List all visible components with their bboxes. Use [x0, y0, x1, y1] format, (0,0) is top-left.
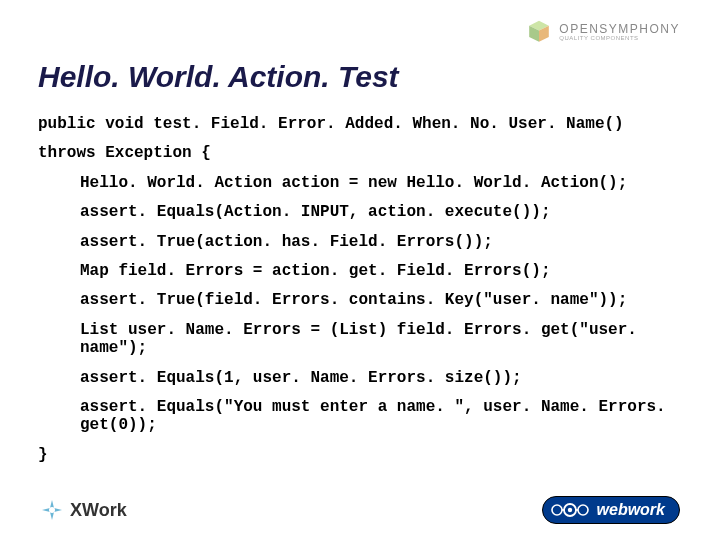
- webwork-logo: webwork: [542, 496, 680, 524]
- logo-text-group: OPENSYMPHONY QUALITY COMPONENTS: [559, 23, 680, 41]
- code-line: public void test. Field. Error. Added. W…: [38, 115, 690, 133]
- code-line: List user. Name. Errors = (List) field. …: [38, 321, 690, 358]
- svg-point-3: [49, 507, 55, 513]
- code-line: assert. Equals("You must enter a name. "…: [38, 398, 690, 435]
- svg-point-6: [567, 508, 571, 512]
- logo-sub-text: QUALITY COMPONENTS: [559, 35, 680, 41]
- footer: XWork webwork: [0, 490, 720, 530]
- code-line: assert. Equals(1, user. Name. Errors. si…: [38, 369, 690, 387]
- xwork-text: XWork: [70, 500, 127, 521]
- webwork-icon: [551, 501, 589, 519]
- code-line: assert. True(action. has. Field. Errors(…: [38, 233, 690, 251]
- xwork-icon: [40, 498, 64, 522]
- code-line: }: [38, 446, 690, 464]
- svg-point-4: [552, 505, 562, 515]
- cube-icon: [525, 18, 553, 46]
- code-line: assert. True(field. Errors. contains. Ke…: [38, 291, 690, 309]
- slide: OPENSYMPHONY QUALITY COMPONENTS Hello. W…: [0, 0, 720, 540]
- code-line: throws Exception {: [38, 144, 690, 162]
- code-line: Map field. Errors = action. get. Field. …: [38, 262, 690, 280]
- svg-point-7: [578, 505, 588, 515]
- xwork-logo: XWork: [40, 498, 127, 522]
- code-line: assert. Equals(Action. INPUT, action. ex…: [38, 203, 690, 221]
- webwork-text: webwork: [597, 501, 665, 519]
- code-block: public void test. Field. Error. Added. W…: [38, 115, 690, 475]
- page-title: Hello. World. Action. Test: [38, 60, 399, 94]
- logo-main-text: OPENSYMPHONY: [559, 23, 680, 35]
- opensymphony-logo: OPENSYMPHONY QUALITY COMPONENTS: [525, 18, 680, 46]
- code-line: Hello. World. Action action = new Hello.…: [38, 174, 690, 192]
